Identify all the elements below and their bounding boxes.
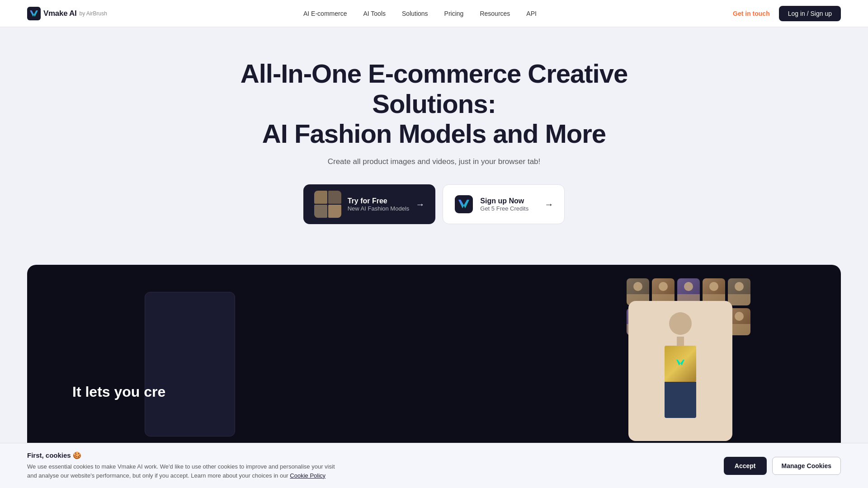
- hero-section: All-In-One E-commerce Creative Solutions…: [0, 27, 868, 265]
- brand-by: by AirBrush: [80, 10, 107, 17]
- cookie-title: First, cookies 🍪: [27, 451, 344, 460]
- sign-up-arrow: →: [544, 199, 553, 210]
- cta-row: Try for Free New AI Fashion Models →: [9, 184, 859, 224]
- models-grid: [314, 191, 341, 218]
- mannequin-jeans: [665, 382, 696, 418]
- svg-marker-4: [676, 360, 684, 366]
- nav-item-ai-tools[interactable]: AI Tools: [363, 9, 386, 18]
- hero-subtitle: Create all product images and videos, ju…: [9, 157, 859, 166]
- svg-rect-2: [455, 195, 473, 213]
- accept-cookies-button[interactable]: Accept: [724, 457, 767, 475]
- svg-rect-0: [27, 7, 41, 20]
- demo-partial-text: It lets you cre: [72, 384, 165, 400]
- nav-item-pricing[interactable]: Pricing: [444, 9, 464, 18]
- hero-title: All-In-One E-commerce Creative Solutions…: [231, 59, 637, 149]
- demo-section: It lets you cre: [27, 265, 841, 455]
- nav-item-api[interactable]: API: [526, 9, 537, 18]
- sign-up-title: Sign up Now: [480, 197, 528, 205]
- mannequin-figure: [653, 312, 708, 430]
- logo-icon: [27, 7, 41, 20]
- try-for-free-button[interactable]: Try for Free New AI Fashion Models →: [303, 184, 436, 224]
- manage-cookies-button[interactable]: Manage Cookies: [772, 457, 841, 475]
- cta-logo: [454, 194, 474, 214]
- cookie-content: First, cookies 🍪 We use essential cookie…: [27, 451, 344, 480]
- hero-title-line2: AI Fashion Models and More: [262, 119, 606, 148]
- get-in-touch-button[interactable]: Get in touch: [733, 10, 770, 17]
- nav-item-ai-ecommerce[interactable]: AI E-commerce: [303, 9, 347, 18]
- model-cell-3: [314, 205, 327, 218]
- model-cell-1: [314, 191, 327, 204]
- model-cell-2: [328, 191, 341, 204]
- cookie-description: We use essential cookies to make Vmake A…: [27, 462, 344, 480]
- cookie-buttons: Accept Manage Cookies: [724, 457, 841, 475]
- try-free-title: Try for Free: [348, 197, 410, 205]
- nav-item-resources[interactable]: Resources: [480, 9, 510, 18]
- floating-card: [145, 292, 235, 436]
- model-cell-4: [328, 205, 341, 218]
- try-free-text: Try for Free New AI Fashion Models: [348, 197, 410, 212]
- mannequin-card: [628, 301, 732, 441]
- mannequin-torso: [665, 346, 696, 382]
- nav-item-solutions[interactable]: Solutions: [402, 9, 428, 18]
- nav-links: AI E-commerce AI Tools Solutions Pricing…: [303, 9, 537, 18]
- sign-up-button[interactable]: Sign up Now Get 5 Free Credits →: [443, 184, 565, 224]
- cookie-desc-text: We use essential cookies to make Vmake A…: [27, 463, 335, 479]
- sign-up-text: Sign up Now Get 5 Free Credits: [480, 197, 528, 212]
- cookie-policy-link[interactable]: Cookie Policy: [290, 472, 326, 479]
- try-free-arrow: →: [415, 199, 425, 210]
- vmake-v-on-mannequin: [675, 357, 686, 370]
- login-signup-button[interactable]: Log in / Sign up: [779, 6, 841, 21]
- cookie-banner: First, cookies 🍪 We use essential cookie…: [0, 443, 868, 488]
- navbar: Vmake AI by AirBrush AI E-commerce AI To…: [0, 0, 868, 27]
- try-free-sub: New AI Fashion Models: [348, 205, 410, 212]
- navbar-actions: Get in touch Log in / Sign up: [733, 6, 841, 21]
- sign-up-sub: Get 5 Free Credits: [480, 205, 528, 212]
- model-avatar-5: [728, 278, 750, 305]
- mannequin-head: [669, 312, 692, 335]
- brand-name: Vmake AI: [43, 9, 77, 18]
- hero-title-line1: All-In-One E-commerce Creative Solutions…: [241, 59, 627, 118]
- logo[interactable]: Vmake AI by AirBrush: [27, 7, 107, 20]
- vmake-logo-icon: [455, 195, 473, 213]
- demo-text-overlay: It lets you cre: [72, 384, 165, 400]
- cta-models-preview: [314, 191, 341, 218]
- navbar-brand: Vmake AI by AirBrush: [27, 7, 107, 20]
- mannequin-neck: [677, 337, 684, 346]
